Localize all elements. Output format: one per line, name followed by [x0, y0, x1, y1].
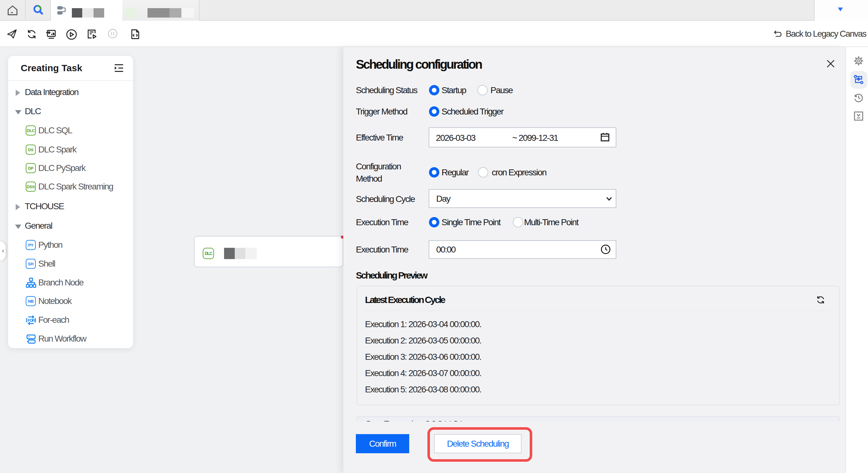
- svg-text:FOR: FOR: [28, 318, 35, 323]
